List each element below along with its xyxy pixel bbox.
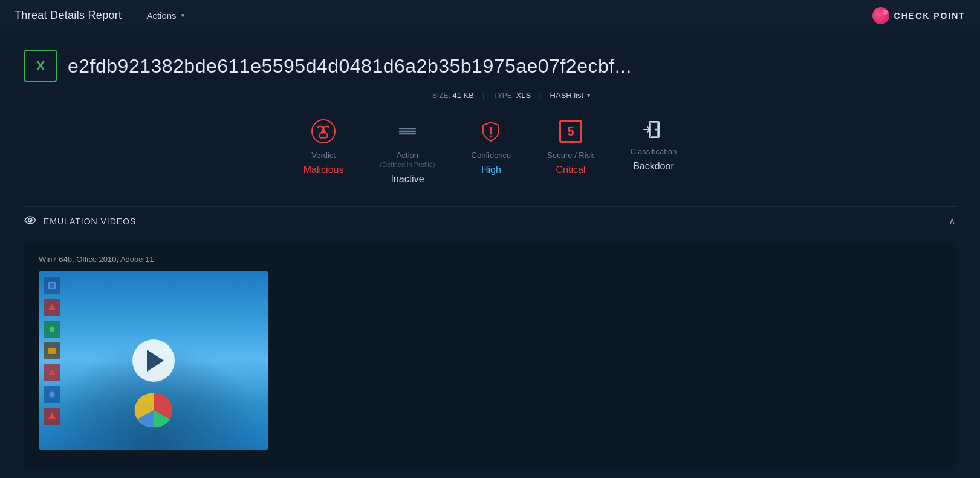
hash-list-chevron-icon: ▼ [586, 93, 591, 99]
video-panel: Win7 64b, Office 2010, Adobe 11 [24, 243, 956, 468]
svg-point-12 [30, 219, 31, 220]
svg-rect-14 [50, 283, 54, 288]
confidence-label: Confidence [472, 151, 511, 160]
page-title: Threat Details Report [15, 9, 122, 22]
play-triangle-icon [147, 350, 164, 372]
risk-label: Secure / Risk [547, 151, 594, 160]
file-section: X e2fdb921382bde611e5595d4d0481d6a2b35b1… [24, 50, 956, 82]
risk-badge: 5 [559, 120, 582, 143]
main-content: X e2fdb921382bde611e5595d4d0481d6a2b35b1… [0, 31, 980, 478]
size-label: SIZE: 41 KB [432, 91, 474, 100]
emulation-title: EMULATION VIDEOS [24, 216, 136, 227]
risk-value: Critical [556, 165, 586, 175]
risk-icon: 5 [556, 117, 585, 146]
desktop-icon-6 [44, 386, 60, 403]
confidence-value: High [481, 165, 501, 175]
verdict-icon [309, 117, 338, 146]
confidence-icon [476, 117, 505, 146]
sidebar-icons [44, 277, 60, 425]
svg-point-17 [49, 391, 55, 398]
indicator-action: Action (Defined in Profile) Inactive [380, 117, 435, 185]
video-thumbnail[interactable] [39, 271, 268, 450]
header-divider [134, 7, 134, 25]
file-meta: SIZE: 41 KB | TYPE: XLS | HASH list ▼ [68, 91, 956, 100]
indicator-confidence: Confidence High [472, 117, 511, 185]
hash-list-button[interactable]: HASH list ▼ [550, 91, 592, 100]
action-icon [393, 117, 422, 146]
svg-point-6 [490, 136, 492, 137]
type-label: TYPE: XLS [493, 91, 531, 100]
svg-rect-16 [48, 348, 56, 354]
verdict-value: Malicious [303, 165, 344, 175]
separator-1: | [482, 91, 484, 100]
actions-button[interactable]: Actions ▼ [146, 10, 186, 21]
indicator-verdict: Verdict Malicious [303, 117, 344, 185]
indicator-risk: 5 Secure / Risk Critical [547, 117, 594, 185]
desktop-icon-1 [44, 277, 60, 294]
windows-logo [126, 383, 181, 437]
separator-2: | [539, 91, 541, 100]
desktop-icon-2 [44, 299, 60, 316]
checkpoint-brand-label: CHECK POINT [894, 11, 965, 21]
file-icon: X [24, 50, 57, 82]
checkpoint-logo: CHECK POINT [872, 7, 965, 24]
desktop-icon-4 [44, 342, 60, 359]
desktop-icon-5 [44, 364, 60, 381]
file-hash: e2fdb921382bde611e5595d4d0481d6a2b35b197… [68, 55, 632, 77]
emulation-section-header: EMULATION VIDEOS ∧ [24, 206, 956, 235]
eye-icon [24, 216, 36, 227]
collapse-button[interactable]: ∧ [949, 215, 956, 227]
video-subtitle: Win7 64b, Office 2010, Adobe 11 [39, 255, 941, 264]
svg-point-15 [49, 326, 55, 332]
classification-label: Classification [631, 147, 677, 156]
threat-indicators: Verdict Malicious Action (Defined in Pro… [24, 117, 956, 185]
action-value: Inactive [391, 174, 424, 185]
desktop-icon-7 [44, 408, 60, 425]
action-label: Action (Defined in Profile) [380, 151, 435, 169]
verdict-label: Verdict [311, 151, 336, 160]
classification-icon [641, 117, 666, 142]
play-button[interactable] [132, 339, 175, 382]
desktop-icon-3 [44, 321, 60, 338]
header: Threat Details Report Actions ▼ CHECK PO… [0, 0, 980, 31]
checkpoint-circle-icon [872, 7, 889, 24]
svg-point-10 [655, 129, 657, 131]
chevron-down-icon: ▼ [180, 12, 186, 19]
classification-value: Backdoor [633, 161, 674, 172]
indicator-classification: Classification Backdoor [631, 117, 677, 185]
